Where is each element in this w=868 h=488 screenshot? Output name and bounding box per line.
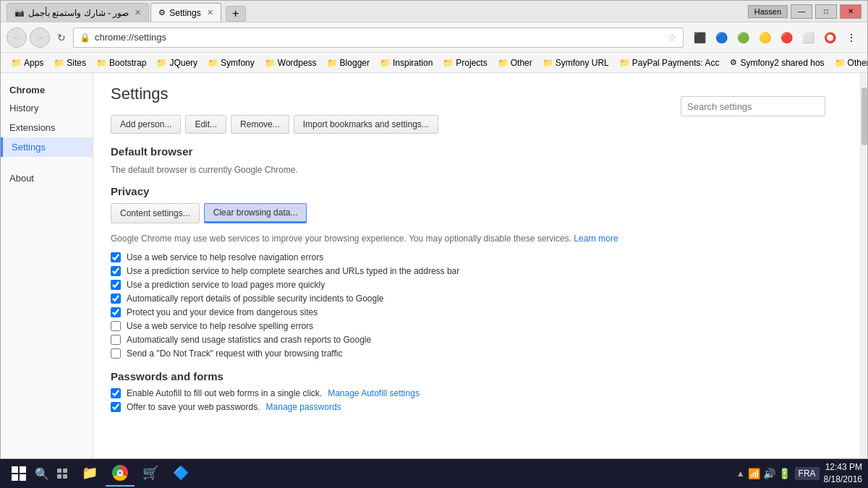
- manage-passwords-link[interactable]: Manage passwords: [266, 402, 341, 412]
- maximize-button[interactable]: □: [815, 4, 837, 19]
- privacy-checkbox-5: Use a web service to help resolve spelli…: [111, 321, 843, 331]
- bookmark-other-bookmarks[interactable]: 📁 Other bookmarks: [830, 56, 867, 69]
- passwords-check-0-input[interactable]: [111, 388, 121, 398]
- content-settings-button[interactable]: Content settings...: [111, 203, 200, 223]
- bookmark-blogger[interactable]: 📁 Blogger: [323, 56, 374, 69]
- bookmark-symfony-url[interactable]: 📁 Symfony URL: [538, 56, 613, 69]
- tab-photos-close[interactable]: ✕: [135, 8, 141, 17]
- privacy-check-7-label: Send a "Do Not Track" request with your …: [127, 348, 342, 359]
- bookmark-symfony2[interactable]: ⚙ Symfony2 shared hos: [726, 56, 829, 69]
- tab-photos-label: صور - شارك واستمتع بأجمل: [28, 8, 129, 18]
- minimize-button[interactable]: —: [791, 4, 812, 19]
- clear-browsing-data-button[interactable]: Clear browsing data...: [204, 203, 307, 223]
- toolbar-icon-4[interactable]: 🟡: [754, 27, 775, 48]
- tab-photos[interactable]: 📷 صور - شارك واستمتع بأجمل ✕: [7, 3, 149, 22]
- main-layout: Chrome History Extensions Settings About…: [1, 73, 867, 459]
- manage-autofill-link[interactable]: Manage Autofill settings: [328, 388, 420, 398]
- address-bar[interactable]: 🔒 chrome://settings ☆: [73, 27, 684, 48]
- bookmark-inspiration-label: Inspiration: [393, 58, 433, 68]
- profile-button[interactable]: Hassen: [748, 5, 788, 18]
- toolbar-icon-2[interactable]: 🔵: [711, 27, 731, 48]
- privacy-check-0-input[interactable]: [111, 252, 121, 262]
- other-folder-icon: 📁: [498, 58, 509, 68]
- bookmark-paypal-label: PayPal Payments: Acc: [632, 58, 720, 68]
- privacy-checkbox-0: Use a web service to help resolve naviga…: [111, 252, 843, 262]
- sidebar-item-about[interactable]: About: [1, 168, 93, 188]
- bookmark-other-label: Other: [511, 58, 532, 68]
- new-tab-button[interactable]: +: [226, 6, 246, 22]
- privacy-check-2-label: Use a prediction service to load pages m…: [127, 280, 325, 290]
- privacy-header: Privacy: [111, 185, 843, 197]
- bookmark-symfony[interactable]: 📁 Symfony: [203, 56, 259, 69]
- bookmark-jquery-label: JQuery: [169, 58, 197, 68]
- privacy-checkbox-1: Use a prediction service to help complet…: [111, 266, 843, 276]
- bookmark-other[interactable]: 📁 Other: [493, 56, 537, 69]
- tab-settings[interactable]: ⚙ Settings ✕: [150, 3, 221, 22]
- privacy-check-6-input[interactable]: [111, 335, 121, 345]
- bookmark-apps[interactable]: 📁 Apps: [7, 56, 48, 69]
- bookmark-blogger-label: Blogger: [340, 58, 370, 68]
- edit-button[interactable]: Edit...: [185, 115, 226, 134]
- settings-content: Settings Add person... Edit... Remove...…: [93, 73, 860, 459]
- privacy-check-5-input[interactable]: [111, 321, 121, 331]
- forward-button[interactable]: →: [30, 27, 50, 48]
- toolbar-icon-7[interactable]: ⭕: [820, 27, 840, 48]
- secure-icon: 🔒: [80, 33, 90, 43]
- add-person-button[interactable]: Add person...: [111, 115, 181, 134]
- bookmark-bootstrap-label: Bootstrap: [109, 58, 146, 68]
- toolbar-extensions: ⬛ 🔵 🟢 🟡 🔴 ⬜ ⭕ ⋮: [689, 27, 861, 48]
- passwords-check-1-input[interactable]: [111, 402, 121, 412]
- privacy-check-7-input[interactable]: [111, 348, 121, 359]
- privacy-check-0-label: Use a web service to help resolve naviga…: [127, 252, 323, 262]
- privacy-checkbox-7: Send a "Do Not Track" request with your …: [111, 348, 843, 359]
- toolbar-icon-5[interactable]: 🔴: [776, 27, 796, 48]
- browser-toolbar: ← → ↻ 🔒 chrome://settings ☆ ⬛ 🔵 🟢 🟡 🔴 ⬜ …: [1, 22, 867, 53]
- bookmark-paypal[interactable]: 📁 PayPal Payments: Acc: [615, 56, 724, 69]
- tab-strip: 📷 صور - شارك واستمتع بأجمل ✕ ⚙ Settings …: [7, 1, 748, 22]
- bookmark-wordpress[interactable]: 📁 Wordpess: [260, 56, 321, 69]
- title-bar: 📷 صور - شارك واستمتع بأجمل ✕ ⚙ Settings …: [1, 1, 867, 22]
- tab-settings-close[interactable]: ✕: [207, 8, 213, 17]
- search-settings-input[interactable]: [681, 96, 825, 116]
- privacy-section: Privacy Content settings... Clear browsi…: [111, 185, 843, 359]
- bookmark-sites[interactable]: 📁 Sites: [49, 56, 90, 69]
- refresh-button[interactable]: ↻: [53, 29, 70, 46]
- privacy-note: Google Chrome may use web services to im…: [111, 232, 843, 245]
- back-button[interactable]: ←: [7, 27, 27, 48]
- privacy-checkbox-6: Automatically send usage statistics and …: [111, 335, 843, 345]
- privacy-check-3-input[interactable]: [111, 294, 121, 304]
- close-button[interactable]: ✕: [840, 4, 861, 19]
- paypal-folder-icon: 📁: [619, 58, 630, 68]
- sidebar-section-chrome: Chrome: [1, 79, 93, 98]
- privacy-check-1-input[interactable]: [111, 266, 121, 276]
- bookmark-bootstrap[interactable]: 📁 Bootstrap: [92, 56, 150, 69]
- import-bookmarks-button[interactable]: Import bookmarks and settings...: [294, 115, 438, 134]
- profile-name: Hassen: [754, 7, 781, 16]
- passwords-section: Passwords and forms Enable Autofill to f…: [111, 370, 843, 412]
- toolbar-icon-6[interactable]: ⬜: [798, 27, 818, 48]
- sidebar: Chrome History Extensions Settings About: [1, 73, 93, 459]
- privacy-check-2-input[interactable]: [111, 280, 121, 290]
- blogger-folder-icon: 📁: [327, 58, 338, 68]
- privacy-checkbox-4: Protect you and your device from dangero…: [111, 307, 843, 317]
- toolbar-icon-1[interactable]: ⬛: [689, 27, 710, 48]
- passwords-header: Passwords and forms: [111, 370, 843, 382]
- privacy-check-4-input[interactable]: [111, 307, 121, 317]
- bookmark-projects[interactable]: 📁 Projects: [438, 56, 491, 69]
- bookmark-star-icon[interactable]: ☆: [668, 32, 677, 43]
- sidebar-item-extensions[interactable]: Extensions: [1, 118, 93, 137]
- scrollbar-thumb[interactable]: [861, 87, 867, 145]
- bookmark-sites-label: Sites: [67, 58, 86, 68]
- scrollbar[interactable]: [860, 73, 867, 459]
- toolbar-icon-3[interactable]: 🟢: [733, 27, 753, 48]
- sidebar-item-history[interactable]: History: [1, 98, 93, 118]
- bookmark-jquery[interactable]: 📁 JQuery: [152, 56, 202, 69]
- more-tools-button[interactable]: ⋮: [841, 27, 861, 48]
- bookmark-inspiration[interactable]: 📁 Inspiration: [375, 56, 437, 69]
- tab-settings-label: Settings: [169, 8, 200, 18]
- remove-button[interactable]: Remove...: [231, 115, 289, 134]
- sidebar-item-settings[interactable]: Settings: [1, 137, 93, 157]
- privacy-learn-more-link[interactable]: Learn more: [574, 234, 618, 244]
- sites-folder-icon: 📁: [54, 58, 64, 68]
- bookmark-wordpress-label: Wordpess: [278, 58, 317, 68]
